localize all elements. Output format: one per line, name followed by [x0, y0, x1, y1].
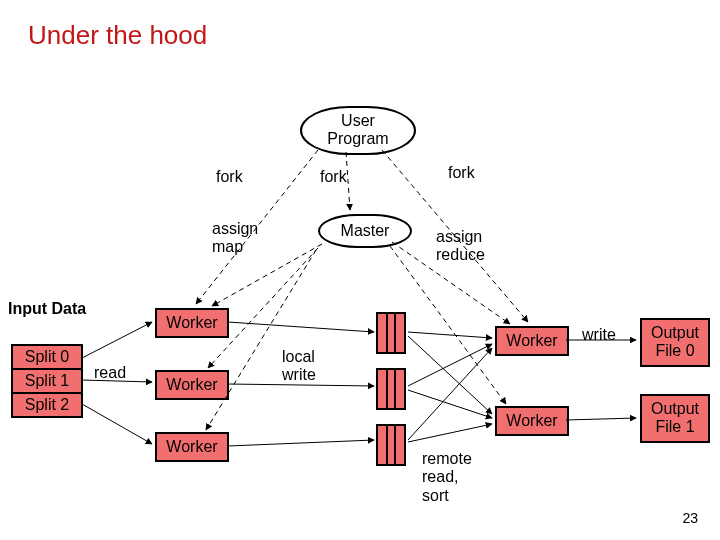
- output-label: Output File 1: [651, 400, 699, 435]
- slide-title: Under the hood: [28, 20, 207, 51]
- label-fork-mid: fork: [320, 168, 347, 186]
- intermediate-file-icon: [376, 312, 406, 354]
- svg-line-18: [408, 390, 492, 418]
- node-split-1: Split 1: [11, 368, 83, 392]
- svg-line-16: [408, 348, 492, 440]
- worker-label: Worker: [166, 376, 217, 393]
- page-number: 23: [682, 510, 698, 526]
- split-label: Split 2: [25, 396, 69, 413]
- worker-label: Worker: [166, 438, 217, 455]
- split-label: Split 0: [25, 348, 69, 365]
- node-worker-map-1: Worker: [155, 370, 229, 400]
- svg-line-21: [566, 418, 636, 420]
- svg-line-19: [408, 424, 492, 442]
- svg-line-11: [228, 322, 374, 332]
- svg-line-14: [408, 332, 492, 338]
- worker-label: Worker: [506, 412, 557, 429]
- label-fork-left: fork: [216, 168, 243, 186]
- split-label: Split 1: [25, 372, 69, 389]
- svg-line-15: [408, 344, 492, 386]
- node-master-label: Master: [341, 222, 390, 239]
- node-worker-reduce-1: Worker: [495, 406, 569, 436]
- arrows-layer: [0, 0, 720, 540]
- svg-line-5: [206, 250, 316, 430]
- svg-line-7: [390, 246, 506, 404]
- node-worker-map-2: Worker: [155, 432, 229, 462]
- intermediate-files: [376, 312, 406, 480]
- label-remote-read-sort: remote read, sort: [422, 450, 472, 505]
- node-worker-map-0: Worker: [155, 308, 229, 338]
- node-master: Master: [318, 214, 412, 248]
- svg-line-10: [82, 404, 152, 444]
- worker-label: Worker: [506, 332, 557, 349]
- node-user-program-label: User Program: [327, 112, 388, 147]
- label-input-data: Input Data: [8, 300, 86, 318]
- intermediate-file-icon: [376, 368, 406, 410]
- label-write: write: [582, 326, 616, 344]
- intermediate-file-icon: [376, 424, 406, 466]
- svg-line-17: [408, 336, 492, 414]
- worker-label: Worker: [166, 314, 217, 331]
- label-assign-reduce: assign reduce: [436, 228, 485, 265]
- svg-line-8: [82, 322, 152, 358]
- node-user-program: User Program: [300, 106, 416, 155]
- node-worker-reduce-0: Worker: [495, 326, 569, 356]
- label-assign-map: assign map: [212, 220, 258, 257]
- label-fork-right: fork: [448, 164, 475, 182]
- svg-line-13: [228, 440, 374, 446]
- node-split-2: Split 2: [11, 392, 83, 418]
- output-label: Output File 0: [651, 324, 699, 359]
- node-output-0: Output File 0: [640, 318, 710, 367]
- label-read: read: [94, 364, 126, 382]
- node-split-0: Split 0: [11, 344, 83, 368]
- label-local-write: local write: [282, 348, 316, 385]
- node-output-1: Output File 1: [640, 394, 710, 443]
